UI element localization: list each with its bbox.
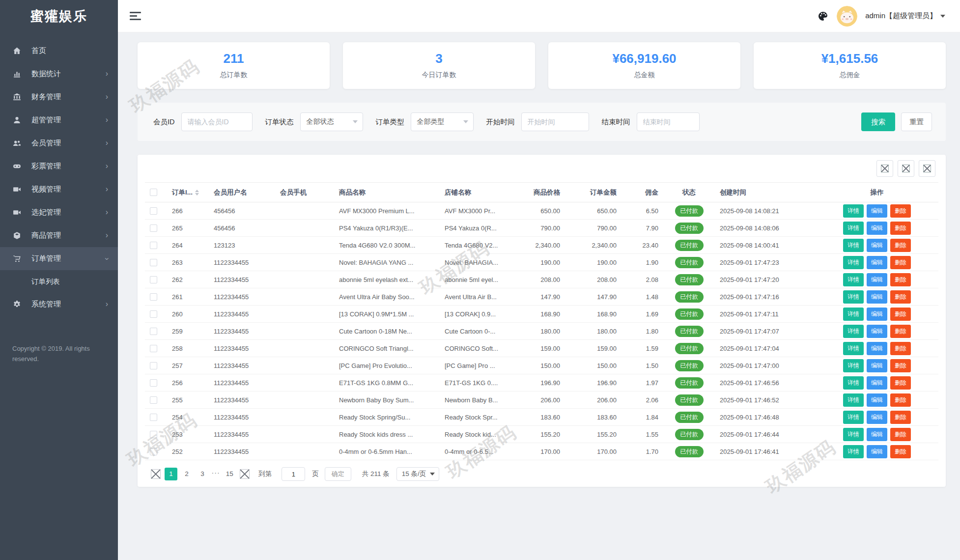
user-avatar[interactable] xyxy=(837,6,857,27)
row-checkbox[interactable] xyxy=(150,259,157,266)
edit-button[interactable]: 编辑 xyxy=(867,359,887,372)
order-status-select[interactable]: 全部状态 xyxy=(300,112,363,131)
detail-button[interactable]: 详情 xyxy=(843,376,864,390)
row-checkbox[interactable] xyxy=(150,448,157,455)
sidebar-item-lottery[interactable]: 彩票管理› xyxy=(0,155,118,178)
column-header[interactable]: 佣金 xyxy=(621,183,663,202)
column-header[interactable]: 创建时间 xyxy=(715,183,816,202)
sidebar-item-members[interactable]: 会员管理› xyxy=(0,132,118,155)
row-checkbox[interactable] xyxy=(150,276,157,283)
sidebar-item-stats[interactable]: 数据统计› xyxy=(0,62,118,85)
row-checkbox[interactable] xyxy=(150,293,157,301)
delete-button[interactable]: 删除 xyxy=(890,204,911,218)
detail-button[interactable]: 详情 xyxy=(843,204,864,218)
start-time-input[interactable] xyxy=(521,112,589,131)
edit-button[interactable]: 编辑 xyxy=(867,239,887,252)
page-button-15[interactable]: 15 xyxy=(223,468,236,480)
edit-button[interactable]: 编辑 xyxy=(867,325,887,338)
detail-button[interactable]: 详情 xyxy=(843,222,864,235)
page-button-3[interactable]: 3 xyxy=(196,468,209,480)
sidebar-toggle-icon[interactable] xyxy=(130,12,141,20)
edit-button[interactable]: 编辑 xyxy=(867,445,887,458)
delete-button[interactable]: 删除 xyxy=(890,445,911,458)
toolbar-broken-image-icon[interactable] xyxy=(876,160,893,177)
delete-button[interactable]: 删除 xyxy=(890,428,911,441)
column-header[interactable]: 操作 xyxy=(816,183,938,202)
row-checkbox[interactable] xyxy=(150,431,157,438)
row-checkbox[interactable] xyxy=(150,328,157,335)
detail-button[interactable]: 详情 xyxy=(843,359,864,372)
page-button-2[interactable]: 2 xyxy=(180,468,193,480)
edit-button[interactable]: 编辑 xyxy=(867,393,887,407)
member-id-input[interactable] xyxy=(181,112,253,131)
edit-button[interactable]: 编辑 xyxy=(867,308,887,321)
delete-button[interactable]: 删除 xyxy=(890,411,911,424)
row-checkbox[interactable] xyxy=(150,396,157,404)
edit-button[interactable]: 编辑 xyxy=(867,204,887,218)
row-checkbox[interactable] xyxy=(150,414,157,421)
row-checkbox[interactable] xyxy=(150,362,157,369)
row-checkbox[interactable] xyxy=(150,242,157,249)
edit-button[interactable]: 编辑 xyxy=(867,428,887,441)
edit-button[interactable]: 编辑 xyxy=(867,376,887,390)
toolbar-broken-image-icon[interactable] xyxy=(898,160,914,177)
sidebar-item-system[interactable]: 系统管理› xyxy=(0,293,118,316)
column-header[interactable]: 订单金额 xyxy=(565,183,621,202)
detail-button[interactable]: 详情 xyxy=(843,428,864,441)
delete-button[interactable]: 删除 xyxy=(890,393,911,407)
select-all-checkbox[interactable] xyxy=(150,189,157,196)
detail-button[interactable]: 详情 xyxy=(843,256,864,269)
edit-button[interactable]: 编辑 xyxy=(867,411,887,424)
delete-button[interactable]: 删除 xyxy=(890,376,911,390)
delete-button[interactable]: 删除 xyxy=(890,273,911,286)
row-checkbox[interactable] xyxy=(150,379,157,387)
delete-button[interactable]: 删除 xyxy=(890,290,911,304)
reset-button[interactable]: 重置 xyxy=(901,112,932,131)
detail-button[interactable]: 详情 xyxy=(843,411,864,424)
edit-button[interactable]: 编辑 xyxy=(867,342,887,355)
column-header[interactable]: 状态 xyxy=(663,183,715,202)
detail-button[interactable]: 详情 xyxy=(843,393,864,407)
detail-button[interactable]: 详情 xyxy=(843,239,864,252)
sidebar-subitem-order-list[interactable]: 订单列表 xyxy=(0,270,118,293)
column-header[interactable]: 订单I... xyxy=(167,183,209,202)
admin-menu[interactable]: admin【超级管理员】 xyxy=(865,11,945,21)
delete-button[interactable]: 删除 xyxy=(890,325,911,338)
edit-button[interactable]: 编辑 xyxy=(867,290,887,304)
end-time-input[interactable] xyxy=(637,112,700,131)
detail-button[interactable]: 详情 xyxy=(843,325,864,338)
column-header[interactable]: 商品价格 xyxy=(518,183,565,202)
delete-button[interactable]: 删除 xyxy=(890,222,911,235)
delete-button[interactable]: 删除 xyxy=(890,239,911,252)
delete-button[interactable]: 删除 xyxy=(890,342,911,355)
page-button-1[interactable]: 1 xyxy=(165,468,177,480)
row-checkbox[interactable] xyxy=(150,224,157,232)
next-page-broken-image-icon[interactable] xyxy=(240,469,250,479)
toolbar-broken-image-icon[interactable] xyxy=(919,160,935,177)
sidebar-item-superadmin[interactable]: 超管管理› xyxy=(0,109,118,132)
detail-button[interactable]: 详情 xyxy=(843,445,864,458)
column-header[interactable]: 会员用户名 xyxy=(209,183,275,202)
order-type-select[interactable]: 全部类型 xyxy=(411,112,474,131)
row-checkbox[interactable] xyxy=(150,207,157,215)
detail-button[interactable]: 详情 xyxy=(843,273,864,286)
column-header[interactable]: 商品名称 xyxy=(334,183,440,202)
sidebar-item-concubine[interactable]: 选妃管理› xyxy=(0,201,118,224)
edit-button[interactable]: 编辑 xyxy=(867,222,887,235)
search-button[interactable]: 搜索 xyxy=(861,112,895,131)
delete-button[interactable]: 删除 xyxy=(890,359,911,372)
detail-button[interactable]: 详情 xyxy=(843,308,864,321)
sidebar-item-finance[interactable]: 财务管理› xyxy=(0,85,118,109)
sidebar-item-video[interactable]: 视频管理› xyxy=(0,178,118,201)
edit-button[interactable]: 编辑 xyxy=(867,273,887,286)
sort-icon[interactable] xyxy=(195,190,199,196)
delete-button[interactable]: 删除 xyxy=(890,256,911,269)
per-page-select[interactable]: 15 条/页 xyxy=(396,467,440,481)
goto-confirm-button[interactable]: 确定 xyxy=(325,467,351,481)
sidebar-item-orders[interactable]: 订单管理› xyxy=(0,247,118,270)
delete-button[interactable]: 删除 xyxy=(890,308,911,321)
theme-palette-icon[interactable] xyxy=(817,10,829,22)
column-header[interactable]: 会员手机 xyxy=(275,183,334,202)
column-header[interactable]: 店铺名称 xyxy=(440,183,518,202)
goto-page-input[interactable] xyxy=(282,467,305,481)
